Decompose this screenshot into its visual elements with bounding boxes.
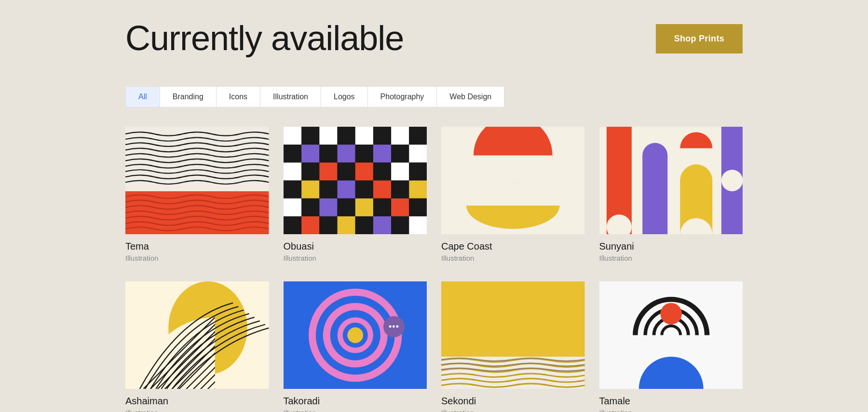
page-title: Currently available (125, 19, 404, 57)
svg-rect-7 (355, 127, 373, 145)
grid-item-category-ashaiman: Illustration (125, 409, 269, 412)
svg-rect-25 (391, 163, 409, 181)
grid-item-image-takoradi (284, 281, 427, 389)
grid-item-sunyani[interactable]: Sunyani Illustration (599, 127, 743, 262)
svg-rect-49 (391, 216, 409, 234)
svg-rect-55 (466, 182, 559, 205)
grid-item-takoradi[interactable]: Takoradi Illustration (284, 281, 427, 412)
svg-rect-28 (301, 181, 319, 199)
svg-rect-41 (391, 199, 409, 216)
grid-item-image-sunyani (599, 127, 743, 234)
grid-item-obuasi[interactable]: Obuasi Illustration (284, 127, 427, 262)
shop-prints-button[interactable]: Shop Prints (656, 24, 743, 53)
svg-rect-24 (373, 163, 391, 181)
svg-rect-9 (391, 127, 409, 145)
grid-item-cape-coast[interactable]: Cape Coast Illustration (441, 127, 585, 262)
svg-rect-18 (409, 145, 427, 162)
page-container: Currently available Shop Prints All Bran… (96, 0, 772, 412)
header-row: Currently available Shop Prints (125, 19, 743, 57)
grid-item-image-ashaiman (125, 281, 269, 389)
grid-item-category-sekondi: Illustration (441, 409, 585, 412)
tab-web-design[interactable]: Web Design (437, 87, 504, 107)
svg-rect-14 (337, 145, 355, 162)
svg-rect-27 (284, 181, 301, 199)
svg-rect-39 (355, 199, 373, 216)
svg-rect-15 (355, 145, 373, 162)
svg-rect-21 (319, 163, 337, 181)
svg-rect-20 (301, 163, 319, 181)
svg-point-93 (347, 328, 363, 344)
tab-photography[interactable]: Photography (368, 87, 437, 107)
grid-item-title-tema: Tema (125, 241, 269, 252)
svg-rect-40 (373, 199, 391, 216)
svg-rect-38 (337, 199, 355, 216)
svg-rect-45 (319, 216, 337, 234)
grid-item-title-cape-coast: Cape Coast (441, 241, 585, 252)
grid-item-category-obuasi: Illustration (284, 254, 427, 262)
grid-item-image-cape-coast (441, 127, 585, 234)
svg-point-67 (721, 170, 743, 191)
grid-item-image-tema (125, 127, 269, 234)
grid-item-image-tamale (599, 281, 743, 389)
svg-rect-47 (355, 216, 373, 234)
svg-rect-35 (284, 199, 301, 216)
svg-rect-50 (409, 216, 427, 234)
svg-rect-43 (284, 216, 301, 234)
svg-rect-17 (391, 145, 409, 162)
grid-item-tamale[interactable]: Tamale Illustration (599, 281, 743, 412)
svg-rect-46 (337, 216, 355, 234)
grid-item-title-ashaiman: Ashaiman (125, 396, 269, 407)
ellipsis-button[interactable]: ••• (383, 316, 405, 337)
grid-item-tema[interactable]: Tema Illustration (125, 127, 269, 262)
grid-item-title-obuasi: Obuasi (284, 241, 427, 252)
grid-item-image-obuasi (284, 127, 427, 234)
grid-item-category-sunyani: Illustration (599, 254, 743, 262)
svg-point-64 (680, 164, 712, 197)
svg-rect-5 (319, 127, 337, 145)
svg-rect-29 (319, 181, 337, 199)
svg-point-97 (660, 303, 682, 325)
svg-rect-42 (409, 199, 427, 216)
grid-item-title-sunyani: Sunyani (599, 241, 743, 252)
grid-item-title-takoradi: Takoradi (284, 396, 427, 407)
svg-rect-8 (373, 127, 391, 145)
svg-rect-22 (337, 163, 355, 181)
grid-item-category-tema: Illustration (125, 254, 269, 262)
svg-rect-12 (301, 145, 319, 162)
tab-all[interactable]: All (126, 87, 160, 107)
svg-rect-4 (301, 127, 319, 145)
grid-item-title-sekondi: Sekondi (441, 396, 585, 407)
grid-item-sekondi[interactable]: Sekondi Illustration (441, 281, 585, 412)
svg-rect-37 (319, 199, 337, 216)
filter-tabs: All Branding Icons Illustration Logos Ph… (125, 86, 504, 107)
svg-rect-44 (301, 216, 319, 234)
tab-logos[interactable]: Logos (321, 87, 368, 107)
svg-rect-34 (409, 181, 427, 199)
svg-rect-31 (355, 181, 373, 199)
svg-rect-13 (319, 145, 337, 162)
svg-rect-33 (391, 181, 409, 199)
svg-point-60 (642, 143, 667, 168)
grid-item-category-cape-coast: Illustration (441, 254, 585, 262)
grid-item-image-sekondi (441, 281, 585, 389)
svg-rect-3 (284, 127, 301, 145)
svg-rect-36 (301, 199, 319, 216)
svg-rect-6 (337, 127, 355, 145)
tab-illustration[interactable]: Illustration (260, 87, 321, 107)
svg-rect-30 (337, 181, 355, 199)
svg-rect-16 (373, 145, 391, 162)
tab-icons[interactable]: Icons (217, 87, 260, 107)
svg-rect-11 (284, 145, 301, 162)
svg-rect-26 (409, 163, 427, 181)
grid-item-ashaiman[interactable]: Ashaiman Illustration (125, 281, 269, 412)
grid-item-category-takoradi: Illustration (284, 409, 427, 412)
svg-rect-48 (373, 216, 391, 234)
artwork-grid: Tema Illustration (125, 127, 743, 412)
svg-rect-19 (284, 163, 301, 181)
ellipsis-icon: ••• (389, 322, 399, 331)
tab-branding[interactable]: Branding (160, 87, 217, 107)
grid-item-category-tamale: Illustration (599, 409, 743, 412)
svg-rect-23 (355, 163, 373, 181)
svg-rect-32 (373, 181, 391, 199)
svg-rect-10 (409, 127, 427, 145)
